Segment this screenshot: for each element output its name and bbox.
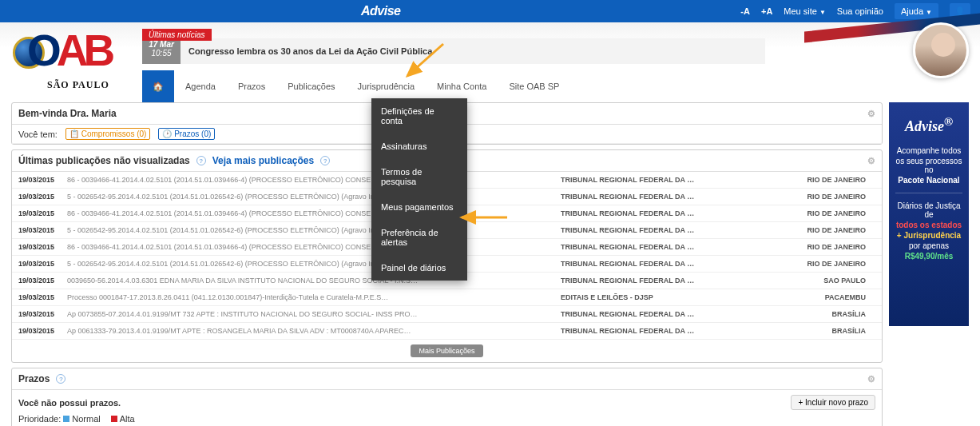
table-row[interactable]: 19/03/2015Processo 0001847-17.2013.8.26.… — [12, 289, 882, 306]
prazos-empty: Você não possui prazos. — [18, 395, 875, 411]
nav-prazos[interactable]: Prazos — [227, 70, 276, 102]
pub-tribunal: TRIBUNAL REGIONAL FEDERAL DA … — [554, 189, 778, 205]
news-date: 17 Mar10:55 — [142, 38, 181, 64]
pub-date: 19/03/2015 — [12, 239, 61, 256]
pub-location: BRASÍLIA — [778, 323, 882, 340]
annotation-arrow-1 — [399, 40, 447, 88]
gear-icon[interactable]: ⚙ — [867, 109, 875, 119]
help-menu[interactable]: Ajuda▼ — [895, 3, 938, 19]
see-more-pubs-link[interactable]: Veja mais publicações — [212, 155, 314, 166]
pub-date: 19/03/2015 — [12, 189, 61, 205]
compromissos-badge[interactable]: 📋 Compromissos (0) — [65, 128, 150, 140]
help-icon[interactable]: ? — [320, 156, 330, 165]
pub-location: RIO DE JANEIRO — [778, 172, 882, 189]
nav-agenda[interactable]: Agenda — [174, 70, 227, 102]
sidebar: Advise® Acompanhe todos os seus processo… — [889, 102, 969, 426]
pub-tribunal: TRIBUNAL REGIONAL FEDERAL DA … — [554, 172, 778, 189]
font-decrease[interactable]: -A — [740, 6, 750, 16]
header: OAB SÃO PAULO Últimas notícias 17 Mar10:… — [0, 22, 980, 102]
oab-logo: OAB SÃO PAULO — [11, 29, 131, 85]
menu-meus-pagamentos[interactable]: Meus pagamentos — [371, 194, 467, 220]
pub-description: Ap 0061333-79.2013.4.01.9199/MT APTE : R… — [61, 323, 554, 340]
pub-tribunal: TRIBUNAL REGIONAL FEDERAL DA … — [554, 273, 778, 289]
add-prazo-button[interactable]: + Incluir novo prazo — [791, 395, 875, 410]
gear-icon[interactable]: ⚙ — [867, 156, 875, 166]
pub-description: 5 - 0026542-95.2014.4.02.5101 (2014.51.0… — [61, 189, 554, 205]
pub-date: 19/03/2015 — [12, 172, 61, 189]
priority-label: Prioridade: — [18, 414, 61, 424]
pub-tribunal: TRIBUNAL REGIONAL FEDERAL DA … — [554, 306, 778, 323]
topbar: Advise -A +A Meu site▼ Sua opinião Ajuda… — [0, 0, 980, 22]
pub-location: RIO DE JANEIRO — [778, 256, 882, 273]
pub-description: 86 - 0039466-41.2014.4.02.5101 (2014.51.… — [61, 239, 554, 256]
menu-preferencia-alertas[interactable]: Preferência de alertas — [371, 220, 467, 255]
nav-site-oab[interactable]: Site OAB SP — [498, 70, 570, 102]
pub-location: PACAEMBU — [778, 289, 882, 306]
font-increase[interactable]: +A — [761, 6, 772, 16]
pub-tribunal: TRIBUNAL REGIONAL FEDERAL DA … — [554, 323, 778, 340]
pubs-title: Últimas publicações não visualizadas — [18, 155, 190, 166]
pub-date: 19/03/2015 — [12, 323, 61, 340]
pub-tribunal: TRIBUNAL REGIONAL FEDERAL DA … — [554, 256, 778, 273]
nav-publicacoes[interactable]: Publicações — [276, 70, 346, 102]
help-icon[interactable]: ? — [196, 156, 206, 165]
table-row[interactable]: 19/03/2015Ap 0073855-07.2014.4.01.9199/M… — [12, 306, 882, 323]
pub-tribunal: TRIBUNAL REGIONAL FEDERAL DA … — [554, 239, 778, 256]
you-have-label: Você tem: — [18, 129, 58, 139]
pub-date: 19/03/2015 — [12, 222, 61, 239]
menu-definicoes-conta[interactable]: Definições de conta — [371, 98, 467, 133]
svg-line-0 — [407, 44, 443, 76]
pub-location: RIO DE JANEIRO — [778, 205, 882, 222]
minha-conta-dropdown: Definições de conta Assinaturas Termos d… — [371, 98, 467, 281]
table-row[interactable]: 19/03/2015Ap 0061333-79.2013.4.01.9199/M… — [12, 323, 882, 340]
home-icon: 🏠 — [153, 82, 164, 92]
more-pubs-button[interactable]: Mais Publicações — [411, 344, 482, 357]
advise-ad[interactable]: Advise® Acompanhe todos os seus processo… — [889, 102, 969, 326]
prazos-title: Prazos — [18, 373, 50, 384]
pub-tribunal: TRIBUNAL REGIONAL FEDERAL DA … — [554, 222, 778, 239]
pub-location: RIO DE JANEIRO — [778, 189, 882, 205]
pub-date: 19/03/2015 — [12, 205, 61, 222]
prazos-badge[interactable]: 🕑 Prazos (0) — [158, 128, 215, 140]
pub-date: 19/03/2015 — [12, 273, 61, 289]
feedback-link[interactable]: Sua opinião — [837, 6, 883, 16]
pub-description: Processo 0001847-17.2013.8.26.0411 (041.… — [61, 289, 554, 306]
pub-location: RIO DE JANEIRO — [778, 222, 882, 239]
avatar[interactable] — [913, 22, 969, 78]
main-nav: 🏠 Agenda Prazos Publicações Jurisprudênc… — [142, 70, 969, 102]
pub-location: BRASÍLIA — [778, 306, 882, 323]
my-site-menu[interactable]: Meu site▼ — [784, 6, 826, 16]
menu-assinaturas[interactable]: Assinaturas — [371, 133, 467, 159]
priority-alta: Alta — [111, 414, 135, 424]
help-icon[interactable]: ? — [56, 374, 65, 384]
news-tag: Últimas notícias — [142, 29, 212, 41]
annotation-arrow-2 — [455, 209, 511, 225]
pub-tribunal: EDITAIS E LEILÕES - DJSP — [554, 289, 778, 306]
prazos-panel: Prazos?⚙ + Incluir novo prazo Você não p… — [11, 368, 883, 426]
gear-icon[interactable]: ⚙ — [867, 374, 875, 384]
pub-description: Ap 0073855-07.2014.4.01.9199/MT 732 APTE… — [61, 306, 554, 323]
brand-logo: Advise — [361, 4, 400, 18]
pub-date: 19/03/2015 — [12, 256, 61, 273]
pub-location: RIO DE JANEIRO — [778, 239, 882, 256]
pub-location: SAO PAULO — [778, 273, 882, 289]
news-ticker[interactable]: 17 Mar10:55 Congresso lembra os 30 anos … — [142, 38, 765, 64]
pub-tribunal: TRIBUNAL REGIONAL FEDERAL DA … — [554, 205, 778, 222]
pub-date: 19/03/2015 — [12, 306, 61, 323]
pub-description: 0039650-56.2014.4.03.6301 EDNA MARIA DA … — [61, 273, 554, 289]
nav-home[interactable]: 🏠 — [142, 70, 174, 102]
news-title: Congresso lembra os 30 anos da Lei da Aç… — [181, 38, 765, 64]
ad-brand: Advise® — [894, 115, 964, 135]
priority-normal: Normal — [63, 414, 100, 424]
pub-description: 86 - 0039466-41.2014.4.02.5101 (2014.51.… — [61, 172, 554, 189]
menu-painel-diarios[interactable]: Painel de diários — [371, 255, 467, 281]
welcome-title: Bem-vinda Dra. Maria — [18, 108, 117, 119]
menu-termos-pesquisa[interactable]: Termos de pesquisa — [371, 159, 467, 194]
pub-description: 5 - 0026542-95.2014.4.02.5101 (2014.51.0… — [61, 256, 554, 273]
pub-date: 19/03/2015 — [12, 289, 61, 306]
